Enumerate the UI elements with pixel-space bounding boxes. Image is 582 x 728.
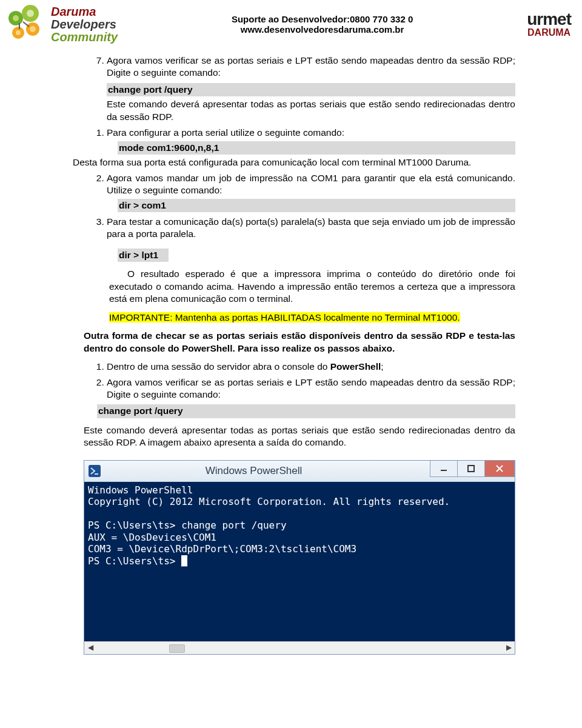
result-paragraph: O resultado esperado é que a impressora … [109, 268, 515, 305]
close-icon [495, 464, 504, 473]
logo-word-community: Community [51, 31, 118, 44]
console-cursor: _ [181, 555, 187, 567]
block-change-port: change port /query Este comando deverá a… [107, 83, 515, 123]
cmd-mode-com1: mode com1:9600,n,8,1 [118, 141, 515, 155]
logo-word-daruma: Daruma [51, 5, 118, 18]
ps-step-2: Agora vamos verificar se as portas seria… [107, 376, 515, 401]
urmet-daruma-logo: urmet DARUMA [527, 11, 571, 38]
support-phone: Suporte ao Desenvolvedor:0800 770 332 0 [232, 14, 413, 24]
minimize-button[interactable] [430, 461, 458, 477]
text-after-change-port: Este comando deverá apresentar todas as … [107, 98, 515, 123]
important-highlight: IMPORTANTE: Mantenha as portas HABILITAD… [109, 312, 460, 322]
scroll-track[interactable] [96, 644, 503, 652]
maximize-button[interactable] [457, 461, 485, 477]
ddc-logo-icon [5, 5, 47, 44]
support-url: www.desenvolvedoresdaruma.com.br [232, 24, 413, 35]
after-cmd-paragraph: Este comando deverá apresentar todas as … [84, 424, 515, 449]
svg-point-5 [30, 26, 36, 32]
cmd-change-port-query-2: change port /query [97, 404, 515, 418]
sub-step-list: Para configurar a porta serial utilize o… [84, 127, 515, 212]
document-page: Daruma Developers Community Suporte ao D… [0, 0, 582, 667]
block-change-port-2: change port /query [97, 404, 515, 418]
page-header: Daruma Developers Community Suporte ao D… [0, 0, 582, 46]
ps-step-1: Dentro de uma sessão do servidor abra o … [107, 361, 515, 373]
daruma-community-logo: Daruma Developers Community [5, 5, 118, 44]
scroll-left-arrow-icon[interactable]: ◀ [84, 642, 96, 654]
powershell-alt-method: Outra forma de checar se as portas seria… [84, 330, 515, 355]
sub-step-2: Agora vamos mandar um job de impressão n… [107, 172, 515, 212]
sub-step-3-list: Para testar a comunicação da(s) porta(s)… [84, 216, 515, 262]
powershell-titlebar: Windows PowerShell [84, 461, 515, 482]
svg-point-3 [27, 10, 34, 17]
cmd-change-port-query: change port /query [107, 83, 515, 96]
brand-urmet: urmet [527, 11, 571, 28]
sub-step-1: Para configurar a porta serial utilize o… [107, 127, 515, 169]
svg-rect-13 [468, 466, 474, 472]
important-note: IMPORTANTE: Mantenha as portas HABILITAD… [109, 312, 515, 324]
support-contact: Suporte ao Desenvolvedor:0800 770 332 0 … [232, 14, 413, 35]
sub-step-3: Para testar a comunicação da(s) porta(s)… [107, 216, 515, 262]
brand-daruma: DARUMA [527, 28, 570, 38]
scroll-thumb[interactable] [169, 644, 185, 653]
logo-word-developers: Developers [51, 18, 118, 31]
powershell-console[interactable]: Windows PowerShell Copyright (C) 2012 Mi… [84, 482, 515, 641]
horizontal-scrollbar[interactable]: ◀ ▶ [84, 641, 515, 654]
ps-step-list: Dentro de uma sessão do servidor abra o … [84, 361, 515, 401]
scroll-right-arrow-icon[interactable]: ▶ [503, 642, 515, 654]
svg-point-7 [16, 30, 21, 35]
document-body: Agora vamos verificar se as portas seria… [0, 55, 582, 655]
cmd-dir-lpt1: dir > lpt1 [118, 249, 169, 262]
cmd-dir-com1: dir > com1 [118, 199, 515, 212]
step-7: Agora vamos verificar se as portas seria… [107, 55, 515, 79]
step-list-7: Agora vamos verificar se as portas seria… [84, 55, 515, 79]
minimize-icon [440, 464, 448, 473]
powershell-title: Windows PowerShell [77, 464, 430, 478]
svg-point-1 [13, 15, 19, 21]
window-buttons [430, 461, 515, 481]
maximize-icon [467, 464, 475, 473]
powershell-window: Windows PowerShell Wi [84, 460, 515, 655]
close-button[interactable] [484, 461, 515, 477]
sub1-followup: Desta forma sua porta está configurada p… [73, 156, 515, 169]
